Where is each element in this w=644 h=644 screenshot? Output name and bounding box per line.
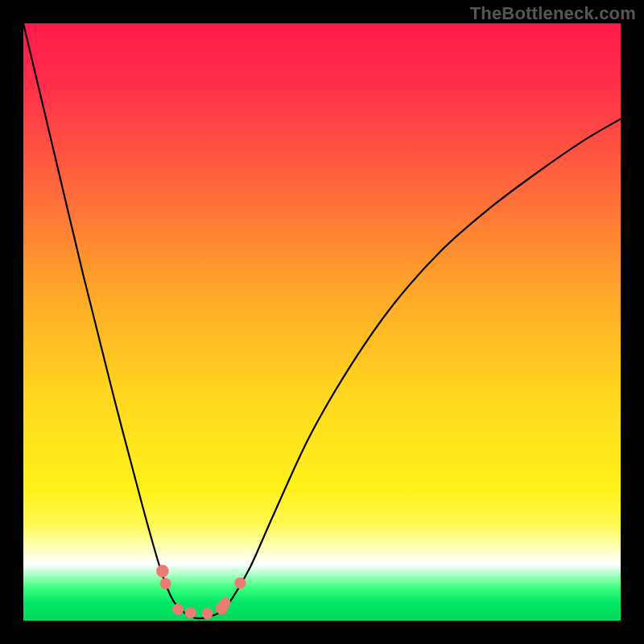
curve-marker <box>220 597 230 608</box>
curve-layer <box>23 23 621 621</box>
curve-marker <box>160 578 171 589</box>
curve-marker <box>201 608 213 619</box>
chart-frame: TheBottleneck.com <box>0 0 644 644</box>
watermark-text: TheBottleneck.com <box>470 3 636 24</box>
curve-marker <box>234 577 246 588</box>
curve-marker <box>185 607 196 618</box>
curve-marker <box>156 565 169 578</box>
curve-marker <box>172 604 184 615</box>
plot-area <box>23 23 621 621</box>
bottleneck-curve <box>23 23 621 618</box>
